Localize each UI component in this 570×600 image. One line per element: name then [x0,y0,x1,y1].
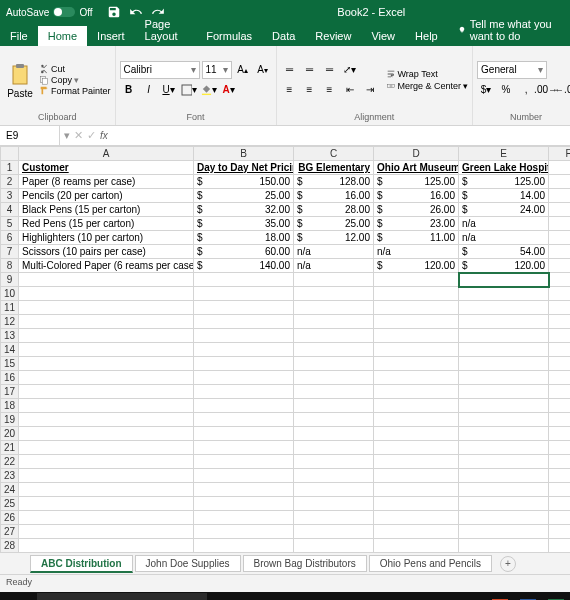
underline-button[interactable]: U▾ [160,81,178,99]
cell[interactable] [194,525,294,539]
cell[interactable] [459,413,549,427]
align-right-button[interactable]: ≡ [321,81,339,99]
cell[interactable] [19,273,194,287]
row-header[interactable]: 5 [1,217,19,231]
cell[interactable] [459,385,549,399]
cell[interactable]: Pencils (20 per carton) [19,189,194,203]
cell[interactable] [549,483,571,497]
cell[interactable] [19,287,194,301]
align-center-button[interactable]: ≡ [301,81,319,99]
comma-button[interactable]: , [517,81,535,99]
row-header[interactable]: 14 [1,343,19,357]
cell[interactable] [19,371,194,385]
tab-formulas[interactable]: Formulas [196,26,262,46]
decrease-indent-button[interactable]: ⇤ [341,81,359,99]
cell[interactable]: $54.00 [459,245,549,259]
increase-indent-button[interactable]: ⇥ [361,81,379,99]
cell[interactable] [549,427,571,441]
cell[interactable] [19,427,194,441]
cell[interactable]: $60.00 [194,245,294,259]
cell[interactable] [374,385,459,399]
cell[interactable] [19,343,194,357]
cell[interactable]: Green Lake Hospital [459,161,549,175]
increase-font-button[interactable]: A▴ [234,61,252,79]
app-explorer[interactable] [374,592,402,600]
cell[interactable] [194,539,294,553]
cell[interactable] [294,483,374,497]
cell[interactable]: n/a [294,245,374,259]
cell[interactable] [294,385,374,399]
cell[interactable] [294,497,374,511]
cell[interactable] [194,413,294,427]
row-header[interactable]: 15 [1,357,19,371]
cell[interactable] [549,217,571,231]
cell[interactable] [374,441,459,455]
cell[interactable] [459,315,549,329]
cell[interactable] [549,385,571,399]
cell[interactable] [19,455,194,469]
cell[interactable]: Highlighters (10 per carton) [19,231,194,245]
cell[interactable] [459,525,549,539]
wrap-text-button[interactable]: Wrap Text [386,69,469,79]
cell[interactable] [374,273,459,287]
row-header[interactable]: 13 [1,329,19,343]
cell[interactable] [374,399,459,413]
cell[interactable] [549,399,571,413]
cell[interactable] [19,539,194,553]
cell[interactable] [549,371,571,385]
cell[interactable] [294,357,374,371]
cell[interactable] [549,189,571,203]
cell[interactable] [549,525,571,539]
cell[interactable]: Black Pens (15 per carton) [19,203,194,217]
cell[interactable] [194,371,294,385]
merge-center-button[interactable]: Merge & Center ▾ [386,81,469,91]
toggle-switch[interactable] [53,7,75,17]
column-header[interactable]: C [294,147,374,161]
cell[interactable] [549,315,571,329]
cell[interactable] [459,511,549,525]
cell[interactable]: $14.00 [459,189,549,203]
cell[interactable] [459,469,549,483]
row-header[interactable]: 1 [1,161,19,175]
taskbar-search[interactable]: Type here to search [37,593,207,600]
row-header[interactable]: 6 [1,231,19,245]
decrease-font-button[interactable]: A▾ [254,61,272,79]
cell[interactable] [549,469,571,483]
cell[interactable] [459,273,549,287]
cell[interactable] [549,301,571,315]
cell[interactable]: Red Pens (15 per carton) [19,217,194,231]
cell[interactable]: n/a [294,259,374,273]
cell[interactable] [549,539,571,553]
cell[interactable] [194,497,294,511]
cell[interactable] [549,203,571,217]
cell[interactable]: $120.00 [459,259,549,273]
cell[interactable] [549,441,571,455]
column-header[interactable]: D [374,147,459,161]
start-button[interactable] [0,592,36,600]
cell[interactable]: $23.00 [374,217,459,231]
cell[interactable]: BG Elementary [294,161,374,175]
align-left-button[interactable]: ≡ [281,81,299,99]
cell[interactable]: Day to Day Net Pricing [194,161,294,175]
row-header[interactable]: 27 [1,525,19,539]
cell[interactable] [459,455,549,469]
cell[interactable] [19,329,194,343]
borders-button[interactable]: ▾ [180,81,198,99]
cell[interactable] [374,301,459,315]
cell[interactable] [549,455,571,469]
increase-decimal-button[interactable]: .00→ [537,81,555,99]
cell[interactable] [374,539,459,553]
cell[interactable] [19,357,194,371]
cell[interactable] [194,357,294,371]
accounting-format-button[interactable]: $▾ [477,81,495,99]
cell[interactable]: n/a [459,217,549,231]
cell[interactable]: n/a [374,245,459,259]
align-top-button[interactable]: ═ [281,61,299,79]
cell[interactable] [294,427,374,441]
cell[interactable] [294,343,374,357]
cell[interactable]: $18.00 [194,231,294,245]
add-sheet-button[interactable]: + [500,556,516,572]
row-header[interactable]: 8 [1,259,19,273]
cell[interactable] [459,539,549,553]
row-header[interactable]: 25 [1,497,19,511]
